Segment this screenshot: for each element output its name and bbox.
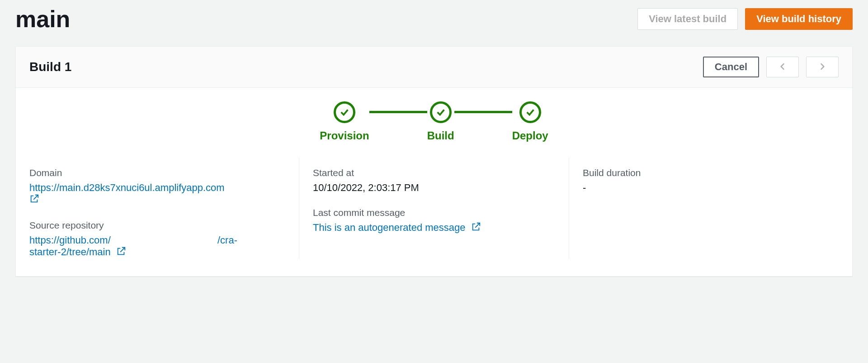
domain-link[interactable]: https://main.d28ks7xnuci6ul.amplifyapp.c… (29, 182, 225, 205)
source-repo-line2: starter-2/tree/main (29, 246, 111, 258)
step-build: Build (427, 101, 454, 142)
source-repo-label: Source repository (29, 220, 285, 231)
build-details: Domain https://main.d28ks7xnuci6ul.ampli… (16, 158, 852, 276)
commit-label: Last commit message (313, 207, 569, 218)
commit-field: Last commit message This is an autogener… (313, 207, 569, 234)
external-link-icon (29, 194, 39, 206)
next-build-button[interactable] (806, 57, 839, 77)
started-at-field: Started at 10/10/2022, 2:03:17 PM (313, 167, 569, 194)
check-circle-icon (334, 101, 355, 123)
page-title: main (15, 5, 70, 33)
check-circle-icon (519, 101, 541, 123)
build-header-actions: Cancel (703, 57, 839, 77)
source-repo-line1: https://github.com/ (29, 234, 111, 246)
check-circle-icon (430, 101, 452, 123)
step-connector (369, 111, 427, 113)
view-build-history-button[interactable]: View build history (745, 8, 853, 30)
domain-field: Domain https://main.d28ks7xnuci6ul.ampli… (29, 167, 285, 206)
chevron-right-icon (818, 62, 827, 72)
commit-link[interactable]: This is an autogenerated message (313, 222, 481, 233)
previous-build-button[interactable] (766, 57, 799, 77)
view-latest-build-button[interactable]: View latest build (637, 8, 738, 30)
step-build-label: Build (427, 129, 454, 142)
build-panel: Build 1 Cancel Pr (15, 46, 853, 277)
build-stepper: Provision Build Deploy (16, 88, 852, 158)
build-duration-field: Build duration - (583, 167, 839, 194)
details-col-1: Domain https://main.d28ks7xnuci6ul.ampli… (29, 158, 299, 259)
build-title: Build 1 (29, 60, 71, 74)
started-at-value: 10/10/2022, 2:03:17 PM (313, 182, 569, 194)
source-repo-link[interactable]: https://github.com/ /cra- starter-2/tree… (29, 234, 237, 259)
source-repo-field: Source repository https://github.com/ /c… (29, 220, 285, 259)
external-link-icon (471, 222, 481, 234)
source-repo-line1-suffix: /cra- (217, 234, 237, 246)
build-panel-header: Build 1 Cancel (16, 47, 852, 88)
step-deploy-label: Deploy (512, 129, 548, 142)
cancel-button[interactable]: Cancel (703, 57, 759, 77)
step-deploy: Deploy (512, 101, 548, 142)
details-col-2: Started at 10/10/2022, 2:03:17 PM Last c… (299, 158, 569, 259)
commit-text: This is an autogenerated message (313, 222, 466, 233)
domain-label: Domain (29, 167, 285, 178)
build-duration-value: - (583, 182, 839, 194)
chevron-left-icon (778, 62, 787, 72)
header-actions: View latest build View build history (637, 8, 853, 30)
step-provision: Provision (320, 101, 369, 142)
domain-url-text: https://main.d28ks7xnuci6ul.amplifyapp.c… (29, 182, 225, 193)
step-provision-label: Provision (320, 129, 369, 142)
build-duration-label: Build duration (583, 167, 839, 178)
details-col-3: Build duration - (569, 158, 839, 259)
external-link-icon (116, 246, 126, 259)
started-at-label: Started at (313, 167, 569, 178)
step-connector (454, 111, 512, 113)
